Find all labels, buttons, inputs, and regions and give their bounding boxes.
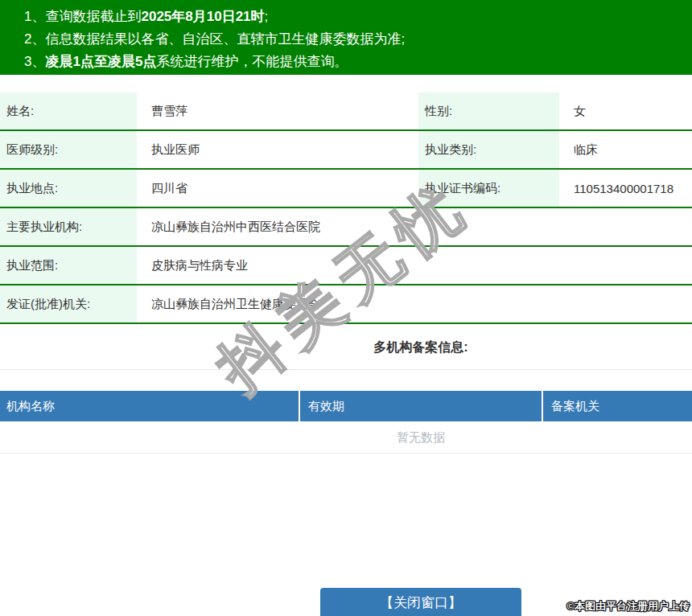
table-row: 执业范围: 皮肤病与性病专业 bbox=[0, 247, 692, 285]
notice-text: 查询数据截止到 bbox=[45, 9, 141, 24]
column-header-validity-period: 有效期 bbox=[300, 391, 543, 421]
result-panel: 姓名: 曹雪萍 性别: 女 医师级别: 执业医师 执业类别: 临床 执业地点: … bbox=[0, 75, 692, 454]
notice-number: 1、 bbox=[24, 9, 45, 24]
field-value-practice-location: 四川省 bbox=[137, 170, 418, 207]
field-value-name: 曹雪萍 bbox=[137, 92, 418, 129]
field-label-doctor-level: 医师级别: bbox=[0, 131, 137, 168]
field-value-main-institution: 凉山彝族自治州中西医结合医院 bbox=[137, 208, 692, 245]
notice-text: 系统进行维护，不能提供查询。 bbox=[156, 54, 348, 69]
multi-org-section-title: 多机构备案信息: bbox=[0, 324, 692, 370]
records-table-header: 机构名称 有效期 备案机关 bbox=[0, 391, 692, 421]
field-label-issuing-authority: 发证(批准)机关: bbox=[0, 285, 137, 322]
field-label-gender: 性别: bbox=[418, 92, 559, 129]
notice-line-3: 3、凌晨1点至凌晨5点系统进行维护，不能提供查询。 bbox=[24, 51, 692, 73]
notice-line-1: 1、查询数据截止到2025年8月10日21时; bbox=[24, 6, 692, 28]
empty-state-text: 暂无数据 bbox=[0, 421, 692, 454]
field-label-name: 姓名: bbox=[0, 92, 137, 129]
physician-info-table: 姓名: 曹雪萍 性别: 女 医师级别: 执业医师 执业类别: 临床 执业地点: … bbox=[0, 92, 692, 324]
field-label-practice-category: 执业类别: bbox=[418, 131, 559, 168]
field-label-practice-scope: 执业范围: bbox=[0, 247, 137, 284]
column-header-filing-authority: 备案机关 bbox=[543, 391, 692, 421]
field-value-gender: 女 bbox=[559, 92, 692, 129]
notice-bold-text: 凌晨1点至凌晨5点 bbox=[45, 54, 156, 69]
table-row: 执业地点: 四川省 执业证书编码: 110513400001718 bbox=[0, 170, 692, 208]
field-value-doctor-level: 执业医师 bbox=[137, 131, 418, 168]
close-window-button[interactable]: 【关闭窗口】 bbox=[320, 588, 521, 616]
field-label-certificate-number: 执业证书编码: bbox=[418, 170, 559, 207]
table-row: 发证(批准)机关: 凉山彝族自治州卫生健康委员会 bbox=[0, 285, 692, 324]
field-value-practice-category: 临床 bbox=[559, 131, 692, 168]
notice-text: ; bbox=[265, 9, 269, 24]
table-row: 医师级别: 执业医师 执业类别: 临床 bbox=[0, 131, 692, 170]
column-header-institution-name: 机构名称 bbox=[0, 391, 300, 421]
notice-number: 3、 bbox=[24, 54, 45, 69]
notice-line-2: 2、信息数据结果以各省、自治区、直辖市卫生健康委数据为准; bbox=[24, 28, 692, 51]
field-value-practice-scope: 皮肤病与性病专业 bbox=[137, 247, 692, 284]
table-row: 姓名: 曹雪萍 性别: 女 bbox=[0, 92, 692, 131]
field-label-main-institution: 主要执业机构: bbox=[0, 208, 137, 245]
notice-text: 信息数据结果以各省、自治区、直辖市卫生健康委数据为准; bbox=[45, 31, 405, 47]
notice-banner: 1、查询数据截止到2025年8月10日21时; 2、信息数据结果以各省、自治区、… bbox=[0, 0, 692, 75]
field-value-certificate-number: 110513400001718 bbox=[559, 170, 692, 207]
field-value-issuing-authority: 凉山彝族自治州卫生健康委员会 bbox=[137, 285, 692, 322]
table-row: 主要执业机构: 凉山彝族自治州中西医结合医院 bbox=[0, 208, 692, 247]
field-label-practice-location: 执业地点: bbox=[0, 170, 137, 207]
notice-bold-text: 2025年8月10日21时 bbox=[141, 9, 264, 24]
notice-number: 2、 bbox=[24, 31, 45, 47]
upload-caption: ©本图由平台注册用户上传 bbox=[566, 599, 690, 614]
